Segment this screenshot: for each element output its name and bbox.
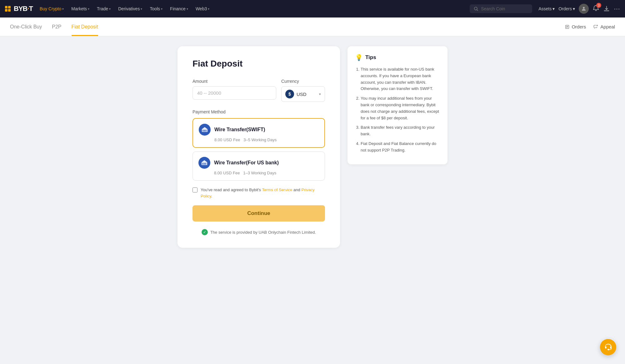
subnav-tabs: One-Click Buy P2P Fiat Deposit [10,17,98,36]
notification-count: 3 [596,3,601,8]
currency-select[interactable]: $ USD ▾ [281,86,325,102]
search-bar[interactable] [470,4,532,13]
svg-rect-10 [204,130,205,132]
nav-derivatives[interactable]: Derivatives ▾ [115,4,145,13]
svg-marker-12 [202,127,208,129]
nav-finance[interactable]: Finance ▾ [167,4,191,13]
chevron-down-icon: ▾ [161,7,162,11]
bulb-icon: 💡 [355,54,363,61]
chevron-down-icon: ▾ [141,7,142,11]
chevron-down-icon: ▾ [109,7,111,11]
payment-method-details: 8.00 USD Fee 3–5 Working Days [199,137,319,142]
headset-icon [604,343,612,351]
terms-of-service-link[interactable]: Terms of Service [262,187,292,192]
us-bank-icon [198,157,210,169]
chevron-down-icon: ▾ [552,6,555,11]
chevron-down-icon: ▾ [573,6,575,11]
tab-fiat-deposit[interactable]: Fiat Deposit [72,17,98,36]
payment-method-swift[interactable]: Wire Transfer(SWIFT) 8.00 USD Fee 3–5 Wo… [192,118,325,148]
amount-currency-row: Amount Currency $ USD ▾ [192,79,325,102]
terms-row: You've read and agreed to Bybit's Terms … [192,187,325,199]
fiat-deposit-form: Fiat Deposit Amount Currency $ USD ▾ Pay… [178,46,340,248]
nav-right-actions: Assets ▾ Orders ▾ 3 ⋯ [538,4,620,14]
currency-group: Currency $ USD ▾ [281,79,325,102]
tab-p2p[interactable]: P2P [52,17,61,36]
service-notice: ✓ The service is provided by UAB Onlycha… [192,229,325,235]
payment-method-name-2: Wire Transfer(For US bank) [214,160,279,166]
orders-menu[interactable]: Orders ▾ [558,6,575,11]
payment-method-top: Wire Transfer(SWIFT) [199,124,319,136]
svg-marker-17 [202,160,207,162]
amount-label: Amount [192,79,276,84]
notifications-button[interactable]: 3 [592,5,599,13]
assets-menu[interactable]: Assets ▾ [538,6,555,11]
list-item: This service is available for non-US ban… [361,66,440,92]
svg-rect-9 [203,130,204,132]
continue-button[interactable]: Continue [192,205,325,222]
svg-rect-14 [202,163,203,165]
tips-list: This service is available for non-US ban… [355,66,440,154]
more-menu[interactable]: ⋯ [614,5,620,12]
payment-method-top-2: Wire Transfer(For US bank) [198,157,319,169]
svg-point-2 [583,7,585,9]
orders-icon [565,24,570,29]
orders-link[interactable]: Orders [565,24,586,29]
amount-input[interactable] [192,86,276,100]
chevron-down-icon: ▾ [319,92,321,96]
svg-rect-3 [604,10,609,12]
tab-one-click-buy[interactable]: One-Click Buy [10,17,42,36]
avatar[interactable] [579,4,589,14]
nav-tools[interactable]: Tools ▾ [147,4,166,13]
chevron-down-icon: ▾ [208,7,209,11]
payment-method-us-bank[interactable]: Wire Transfer(For US bank) 8.00 USD Fee … [192,152,325,181]
payment-method-name: Wire Transfer(SWIFT) [214,127,265,132]
list-item: You may incur additional fees from your … [361,95,440,121]
appeal-icon [593,24,598,29]
bank-transfer-icon-2 [201,159,208,166]
tips-panel: 💡 Tips This service is available for non… [348,46,448,164]
svg-rect-16 [205,163,206,165]
svg-line-1 [477,10,478,11]
form-title: Fiat Deposit [192,59,325,69]
nav-web3[interactable]: Web3 ▾ [192,4,212,13]
search-input[interactable] [481,6,525,11]
bank-transfer-icon [201,126,208,133]
chevron-down-icon: ▾ [88,7,89,11]
brand-logo[interactable]: BYB·T [5,5,33,13]
svg-rect-15 [204,163,205,165]
chevron-down-icon: ▾ [187,7,188,11]
subnav-right: Orders Appeal [565,24,615,29]
currency-icon: $ [285,90,294,98]
nav-buy-crypto[interactable]: Buy Crypto ▾ [37,4,67,13]
payment-method-details-2: 8.00 USD Fee 1–3 Working Days [198,171,319,175]
currency-label: Currency [281,79,325,84]
svg-rect-11 [206,130,207,132]
support-fab[interactable] [600,339,616,355]
grid-icon [5,6,11,12]
navbar: BYB·T Buy Crypto ▾ Markets ▾ Trade ▾ Der… [0,0,625,17]
download-icon [603,5,610,12]
download-button[interactable] [603,5,610,12]
brand-name: BYB·T [14,5,33,13]
terms-text: You've read and agreed to Bybit's Terms … [201,187,325,199]
currency-value: USD [297,92,307,97]
chevron-down-icon: ▾ [62,7,64,11]
user-icon [581,6,587,12]
amount-group: Amount [192,79,276,102]
swift-icon [199,124,211,136]
service-notice-text: The service is provided by UAB Onlychain… [210,230,316,235]
terms-checkbox[interactable] [192,187,198,192]
payment-method-label: Payment Method [192,109,325,114]
nav-trade[interactable]: Trade ▾ [94,4,114,13]
list-item: Fiat Deposit and Fiat Balance currently … [361,141,440,154]
check-icon: ✓ [202,229,208,235]
main-content: Fiat Deposit Amount Currency $ USD ▾ Pay… [0,36,625,258]
subnav: One-Click Buy P2P Fiat Deposit Orders Ap… [0,17,625,36]
search-icon [473,6,478,11]
tips-title: 💡 Tips [355,54,440,61]
appeal-link[interactable]: Appeal [593,24,615,29]
list-item: Bank transfer fees vary according to you… [361,124,440,137]
nav-markets[interactable]: Markets ▾ [68,4,92,13]
